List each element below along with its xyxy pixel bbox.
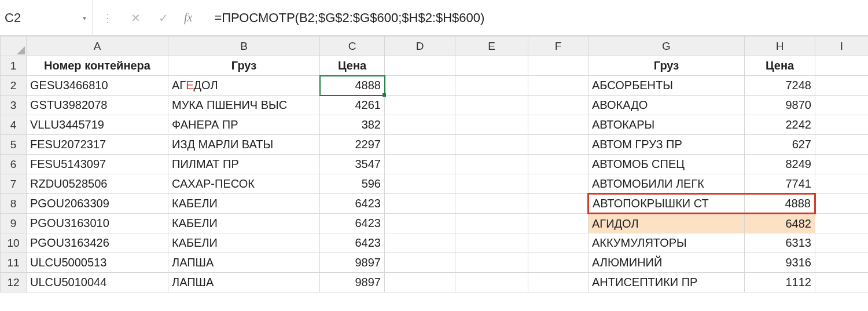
cell-C2[interactable]: 4888 <box>320 76 385 96</box>
spreadsheet-grid[interactable]: A B C D E F G H I 1 Номер контейнера Гру… <box>0 36 868 292</box>
cell-H6[interactable]: 8249 <box>745 155 815 174</box>
cell-E8[interactable] <box>455 194 528 214</box>
cell-F3[interactable] <box>528 96 589 115</box>
cell-B10[interactable]: КАБЕЛИ <box>168 233 320 253</box>
cell-D2[interactable] <box>385 76 455 96</box>
cell-F1[interactable] <box>528 56 589 76</box>
cell-E7[interactable] <box>455 174 528 194</box>
cell-A3[interactable]: GSTU3982078 <box>27 96 168 115</box>
cell-B5[interactable]: ИЗД МАРЛИ ВАТЫ <box>168 135 320 155</box>
cell-I1[interactable] <box>815 56 869 76</box>
cell-D8[interactable] <box>385 194 455 214</box>
col-header-F[interactable]: F <box>528 36 589 56</box>
cell-E11[interactable] <box>455 253 528 273</box>
cell-F2[interactable] <box>528 76 589 96</box>
cell-A4[interactable]: VLLU3445719 <box>27 115 168 135</box>
cell-H1[interactable]: Цена <box>745 56 815 76</box>
cell-H7[interactable]: 7741 <box>745 174 815 194</box>
row-header-1[interactable]: 1 <box>1 56 27 76</box>
cell-F8[interactable] <box>528 194 589 214</box>
cell-B4[interactable]: ФАНЕРА ПР <box>168 115 320 135</box>
cancel-icon[interactable]: ✕ <box>128 11 142 25</box>
cell-H4[interactable]: 2242 <box>745 115 815 135</box>
cell-F11[interactable] <box>528 253 589 273</box>
cell-G2[interactable]: АБСОРБЕНТЫ <box>589 76 745 96</box>
cell-C12[interactable]: 9897 <box>320 273 385 292</box>
cell-A9[interactable]: PGOU3163010 <box>27 214 168 233</box>
cell-I8[interactable] <box>815 194 869 214</box>
cell-H8[interactable]: 4888 <box>745 194 815 214</box>
cell-G9[interactable]: АГИДОЛ <box>589 214 745 233</box>
cell-D3[interactable] <box>385 96 455 115</box>
cell-C4[interactable]: 382 <box>320 115 385 135</box>
cell-B1[interactable]: Груз <box>168 56 320 76</box>
cell-E10[interactable] <box>455 233 528 253</box>
col-header-H[interactable]: H <box>745 36 815 56</box>
cell-G10[interactable]: АККУМУЛЯТОРЫ <box>589 233 745 253</box>
cell-D9[interactable] <box>385 214 455 233</box>
row-header-12[interactable]: 12 <box>1 273 27 292</box>
cell-C10[interactable]: 6423 <box>320 233 385 253</box>
cell-H3[interactable]: 9870 <box>745 96 815 115</box>
cell-A1[interactable]: Номер контейнера <box>27 56 168 76</box>
cell-I10[interactable] <box>815 233 869 253</box>
cell-B11[interactable]: ЛАПША <box>168 253 320 273</box>
cell-G3[interactable]: АВОКАДО <box>589 96 745 115</box>
cell-I4[interactable] <box>815 115 869 135</box>
formula-input[interactable]: =ПРОСМОТР(B2;$G$2:$G$600;$H$2:$H$600) <box>212 10 868 25</box>
cell-I6[interactable] <box>815 155 869 174</box>
cell-G12[interactable]: АНТИСЕПТИКИ ПР <box>589 273 745 292</box>
col-header-I[interactable]: I <box>815 36 869 56</box>
cell-H12[interactable]: 1112 <box>745 273 815 292</box>
row-header-11[interactable]: 11 <box>1 253 27 273</box>
select-all-corner[interactable] <box>1 36 27 56</box>
cell-B9[interactable]: КАБЕЛИ <box>168 214 320 233</box>
cell-C5[interactable]: 2297 <box>320 135 385 155</box>
row-header-6[interactable]: 6 <box>1 155 27 174</box>
cell-H11[interactable]: 9316 <box>745 253 815 273</box>
cell-D11[interactable] <box>385 253 455 273</box>
cell-G7[interactable]: АВТОМОБИЛИ ЛЕГК <box>589 174 745 194</box>
cell-C9[interactable]: 6423 <box>320 214 385 233</box>
cell-H9[interactable]: 6482 <box>745 214 815 233</box>
cell-G1[interactable]: Груз <box>589 56 745 76</box>
cell-E5[interactable] <box>455 135 528 155</box>
cell-A5[interactable]: FESU2072317 <box>27 135 168 155</box>
cell-C8[interactable]: 6423 <box>320 194 385 214</box>
col-header-C[interactable]: C <box>320 36 385 56</box>
cell-C1[interactable]: Цена <box>320 56 385 76</box>
cell-F12[interactable] <box>528 273 589 292</box>
cell-C6[interactable]: 3547 <box>320 155 385 174</box>
cell-A10[interactable]: PGOU3163426 <box>27 233 168 253</box>
cell-F7[interactable] <box>528 174 589 194</box>
cell-F10[interactable] <box>528 233 589 253</box>
cell-I2[interactable] <box>815 76 869 96</box>
cell-B3[interactable]: МУКА ПШЕНИЧ ВЫС <box>168 96 320 115</box>
cell-A8[interactable]: PGOU2063309 <box>27 194 168 214</box>
cell-B12[interactable]: ЛАПША <box>168 273 320 292</box>
cell-G8[interactable]: АВТОПОКРЫШКИ СТ <box>589 194 745 214</box>
cell-E6[interactable] <box>455 155 528 174</box>
cell-A2[interactable]: GESU3466810 <box>27 76 168 96</box>
cell-D6[interactable] <box>385 155 455 174</box>
cell-I7[interactable] <box>815 174 869 194</box>
cell-D7[interactable] <box>385 174 455 194</box>
cell-D1[interactable] <box>385 56 455 76</box>
cell-D4[interactable] <box>385 115 455 135</box>
cell-G6[interactable]: АВТОМОБ СПЕЦ <box>589 155 745 174</box>
cell-G5[interactable]: АВТОМ ГРУЗ ПР <box>589 135 745 155</box>
row-header-7[interactable]: 7 <box>1 174 27 194</box>
row-header-2[interactable]: 2 <box>1 76 27 96</box>
row-header-8[interactable]: 8 <box>1 194 27 214</box>
cell-F4[interactable] <box>528 115 589 135</box>
cell-F6[interactable] <box>528 155 589 174</box>
row-header-5[interactable]: 5 <box>1 135 27 155</box>
col-header-G[interactable]: G <box>589 36 745 56</box>
row-header-10[interactable]: 10 <box>1 233 27 253</box>
col-header-E[interactable]: E <box>455 36 528 56</box>
cell-D10[interactable] <box>385 233 455 253</box>
cell-C7[interactable]: 596 <box>320 174 385 194</box>
cell-H2[interactable]: 7248 <box>745 76 815 96</box>
cell-H5[interactable]: 627 <box>745 135 815 155</box>
cell-D12[interactable] <box>385 273 455 292</box>
